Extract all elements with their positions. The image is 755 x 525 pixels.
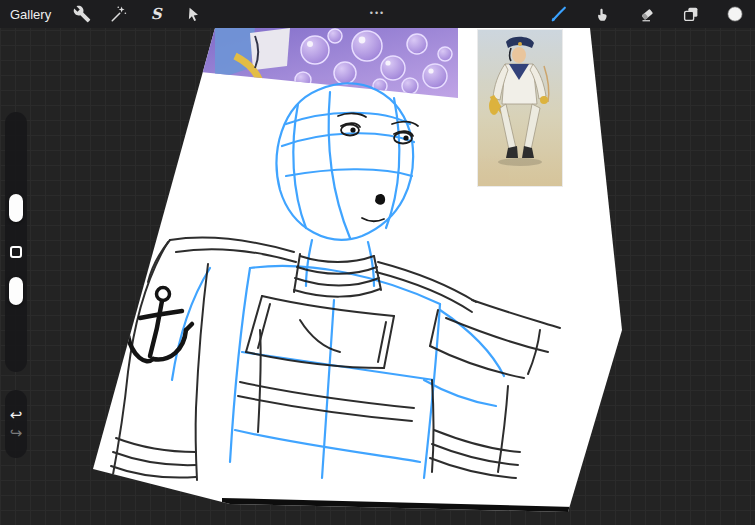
transform-arrow-icon (185, 6, 202, 23)
top-toolbar: Gallery S (0, 0, 755, 28)
selection-s-icon: S (151, 7, 162, 22)
undo-button[interactable]: ↩ (10, 408, 23, 423)
face-details (338, 113, 418, 221)
erase-button[interactable] (635, 2, 659, 26)
paint-button[interactable] (547, 2, 571, 26)
drawing-canvas[interactable] (0, 0, 755, 525)
selection-button[interactable]: S (144, 2, 168, 26)
smudge-finger-icon (594, 5, 612, 23)
layers-button[interactable] (679, 2, 703, 26)
brush-size-slider-handle[interactable] (9, 194, 23, 222)
bottom-black-bar (222, 498, 574, 518)
toolbar-right-group (547, 2, 755, 26)
transform-button[interactable] (181, 2, 205, 26)
redo-button[interactable]: ↪ (10, 426, 23, 441)
opacity-slider-handle[interactable] (9, 277, 23, 305)
wrench-icon (73, 5, 91, 23)
smudge-button[interactable] (591, 2, 615, 26)
magic-wand-icon (110, 5, 128, 23)
undo-redo-panel: ↩ ↪ (5, 390, 27, 458)
canvas-options-dots[interactable]: ••• (370, 8, 385, 18)
adjustments-button[interactable] (107, 2, 131, 26)
toolbar-left-group: Gallery S (0, 2, 205, 26)
sidebar-slider-track[interactable] (5, 112, 27, 372)
color-button[interactable] (723, 2, 747, 26)
modify-button[interactable] (10, 246, 22, 258)
paintbrush-icon (549, 4, 569, 24)
actions-button[interactable] (70, 2, 94, 26)
procreate-workspace: Gallery S (0, 0, 755, 525)
layers-icon (682, 5, 700, 23)
sketch-artwork (0, 0, 755, 525)
anchor-tattoo (122, 288, 192, 362)
color-circle-icon (725, 4, 745, 24)
gallery-button[interactable]: Gallery (10, 7, 51, 22)
eraser-icon (638, 5, 656, 23)
